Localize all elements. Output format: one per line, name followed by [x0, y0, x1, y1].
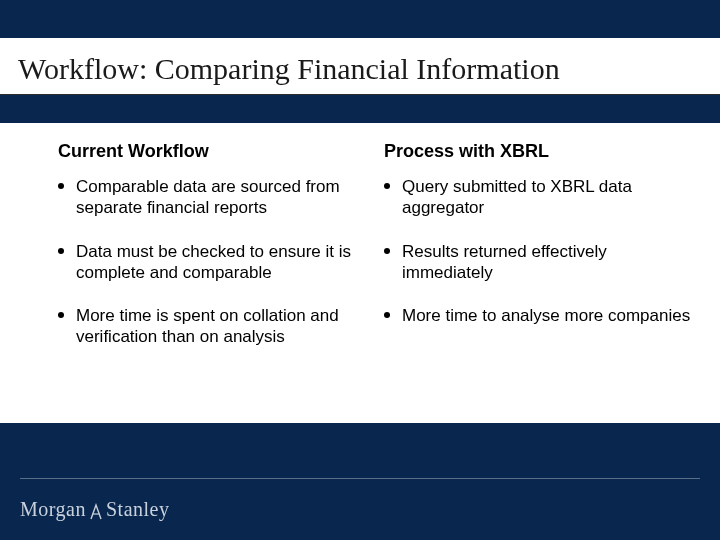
column-process-xbrl: Process with XBRL Query submitted to XBR…: [384, 141, 692, 395]
column-heading-right: Process with XBRL: [384, 141, 692, 162]
list-item: Results returned effectively immediately: [384, 241, 692, 284]
column-heading-left: Current Workflow: [58, 141, 366, 162]
footer: Morgan Stanley: [0, 478, 720, 540]
logo-text-stanley: Stanley: [106, 498, 170, 521]
column-current-workflow: Current Workflow Comparable data are sou…: [58, 141, 366, 395]
bullet-list-right: Query submitted to XBRL data aggregator …: [384, 176, 692, 326]
logo-mark-icon: [89, 501, 103, 521]
list-item: More time to analyse more companies: [384, 305, 692, 326]
title-band: Workflow: Comparing Financial Informatio…: [0, 38, 720, 95]
list-item: More time is spent on collation and veri…: [58, 305, 366, 348]
list-item: Data must be checked to ensure it is com…: [58, 241, 366, 284]
logo-text-morgan: Morgan: [20, 498, 86, 521]
bullet-list-left: Comparable data are sourced from separat…: [58, 176, 366, 348]
list-item: Comparable data are sourced from separat…: [58, 176, 366, 219]
footer-rule: [20, 478, 700, 479]
slide-title: Workflow: Comparing Financial Informatio…: [18, 52, 702, 86]
list-item: Query submitted to XBRL data aggregator: [384, 176, 692, 219]
morgan-stanley-logo: Morgan Stanley: [20, 498, 169, 521]
content-area: Current Workflow Comparable data are sou…: [0, 123, 720, 423]
